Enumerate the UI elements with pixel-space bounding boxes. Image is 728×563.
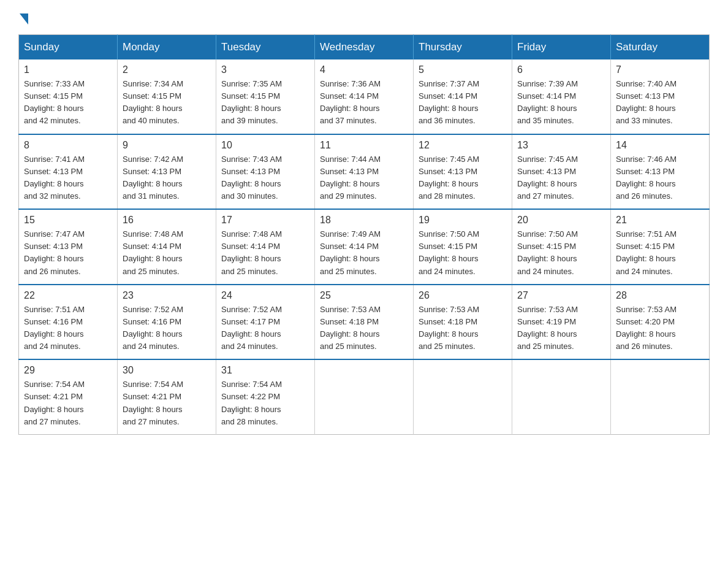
calendar-week-row: 22 Sunrise: 7:51 AM Sunset: 4:16 PM Dayl… bbox=[19, 285, 710, 360]
day-number: 5 bbox=[419, 64, 507, 75]
day-info: Sunrise: 7:52 AM Sunset: 4:17 PM Dayligh… bbox=[221, 304, 309, 353]
calendar-cell: 15 Sunrise: 7:47 AM Sunset: 4:13 PM Dayl… bbox=[19, 209, 118, 285]
calendar-cell bbox=[414, 359, 512, 434]
day-info: Sunrise: 7:45 AM Sunset: 4:13 PM Dayligh… bbox=[517, 153, 605, 203]
day-number: 2 bbox=[123, 64, 211, 75]
day-info: Sunrise: 7:47 AM Sunset: 4:13 PM Dayligh… bbox=[24, 228, 112, 278]
day-info: Sunrise: 7:45 AM Sunset: 4:13 PM Dayligh… bbox=[419, 153, 507, 203]
calendar-cell: 24 Sunrise: 7:52 AM Sunset: 4:17 PM Dayl… bbox=[216, 285, 315, 360]
day-number: 18 bbox=[320, 215, 408, 226]
calendar-cell: 28 Sunrise: 7:53 AM Sunset: 4:20 PM Dayl… bbox=[611, 285, 710, 360]
calendar-cell: 29 Sunrise: 7:54 AM Sunset: 4:21 PM Dayl… bbox=[19, 359, 118, 434]
calendar-week-row: 29 Sunrise: 7:54 AM Sunset: 4:21 PM Dayl… bbox=[19, 359, 710, 434]
day-info: Sunrise: 7:41 AM Sunset: 4:13 PM Dayligh… bbox=[24, 153, 112, 203]
logo-arrow-icon bbox=[20, 13, 28, 25]
page-header bbox=[18, 12, 710, 23]
col-header-monday: Monday bbox=[118, 35, 216, 60]
calendar-cell: 9 Sunrise: 7:42 AM Sunset: 4:13 PM Dayli… bbox=[118, 134, 216, 210]
day-info: Sunrise: 7:37 AM Sunset: 4:14 PM Dayligh… bbox=[419, 78, 507, 128]
logo-text bbox=[18, 12, 29, 23]
day-number: 28 bbox=[616, 290, 704, 301]
calendar-cell: 20 Sunrise: 7:50 AM Sunset: 4:15 PM Dayl… bbox=[512, 209, 611, 285]
calendar-cell: 12 Sunrise: 7:45 AM Sunset: 4:13 PM Dayl… bbox=[414, 134, 512, 210]
calendar-cell bbox=[512, 359, 611, 434]
calendar-header-row: SundayMondayTuesdayWednesdayThursdayFrid… bbox=[19, 35, 710, 60]
day-info: Sunrise: 7:50 AM Sunset: 4:15 PM Dayligh… bbox=[419, 228, 507, 278]
day-info: Sunrise: 7:48 AM Sunset: 4:14 PM Dayligh… bbox=[221, 228, 309, 278]
day-number: 20 bbox=[517, 215, 605, 226]
calendar-cell: 2 Sunrise: 7:34 AM Sunset: 4:15 PM Dayli… bbox=[118, 59, 216, 134]
day-info: Sunrise: 7:54 AM Sunset: 4:21 PM Dayligh… bbox=[123, 378, 211, 428]
day-info: Sunrise: 7:49 AM Sunset: 4:14 PM Dayligh… bbox=[320, 228, 408, 278]
day-number: 6 bbox=[517, 64, 605, 75]
calendar-cell bbox=[315, 359, 414, 434]
day-info: Sunrise: 7:51 AM Sunset: 4:15 PM Dayligh… bbox=[616, 228, 704, 278]
calendar-cell bbox=[611, 359, 710, 434]
col-header-sunday: Sunday bbox=[19, 35, 118, 60]
day-number: 25 bbox=[320, 290, 408, 301]
day-number: 19 bbox=[419, 215, 507, 226]
day-number: 27 bbox=[517, 290, 605, 301]
day-number: 1 bbox=[24, 64, 112, 75]
calendar-cell: 18 Sunrise: 7:49 AM Sunset: 4:14 PM Dayl… bbox=[315, 209, 414, 285]
calendar-cell: 11 Sunrise: 7:44 AM Sunset: 4:13 PM Dayl… bbox=[315, 134, 414, 210]
day-number: 7 bbox=[616, 64, 704, 75]
calendar-cell: 22 Sunrise: 7:51 AM Sunset: 4:16 PM Dayl… bbox=[19, 285, 118, 360]
day-info: Sunrise: 7:51 AM Sunset: 4:16 PM Dayligh… bbox=[24, 304, 112, 353]
day-number: 9 bbox=[123, 140, 211, 151]
calendar-cell: 30 Sunrise: 7:54 AM Sunset: 4:21 PM Dayl… bbox=[118, 359, 216, 434]
calendar-cell: 27 Sunrise: 7:53 AM Sunset: 4:19 PM Dayl… bbox=[512, 285, 611, 360]
day-number: 16 bbox=[123, 215, 211, 226]
col-header-tuesday: Tuesday bbox=[216, 35, 315, 60]
day-number: 11 bbox=[320, 140, 408, 151]
day-number: 8 bbox=[24, 140, 112, 151]
calendar-cell: 21 Sunrise: 7:51 AM Sunset: 4:15 PM Dayl… bbox=[611, 209, 710, 285]
calendar-week-row: 15 Sunrise: 7:47 AM Sunset: 4:13 PM Dayl… bbox=[19, 209, 710, 285]
day-info: Sunrise: 7:52 AM Sunset: 4:16 PM Dayligh… bbox=[123, 304, 211, 353]
day-number: 10 bbox=[221, 140, 309, 151]
calendar-cell: 5 Sunrise: 7:37 AM Sunset: 4:14 PM Dayli… bbox=[414, 59, 512, 134]
day-info: Sunrise: 7:50 AM Sunset: 4:15 PM Dayligh… bbox=[517, 228, 605, 278]
calendar-cell: 26 Sunrise: 7:53 AM Sunset: 4:18 PM Dayl… bbox=[414, 285, 512, 360]
calendar-cell: 8 Sunrise: 7:41 AM Sunset: 4:13 PM Dayli… bbox=[19, 134, 118, 210]
day-info: Sunrise: 7:53 AM Sunset: 4:20 PM Dayligh… bbox=[616, 304, 704, 353]
day-number: 3 bbox=[221, 64, 309, 75]
day-info: Sunrise: 7:53 AM Sunset: 4:18 PM Dayligh… bbox=[419, 304, 507, 353]
calendar-table: SundayMondayTuesdayWednesdayThursdayFrid… bbox=[18, 34, 710, 435]
day-info: Sunrise: 7:44 AM Sunset: 4:13 PM Dayligh… bbox=[320, 153, 408, 203]
day-info: Sunrise: 7:53 AM Sunset: 4:19 PM Dayligh… bbox=[517, 304, 605, 353]
day-number: 24 bbox=[221, 290, 309, 301]
logo bbox=[18, 12, 29, 23]
day-number: 12 bbox=[419, 140, 507, 151]
calendar-cell: 25 Sunrise: 7:53 AM Sunset: 4:18 PM Dayl… bbox=[315, 285, 414, 360]
day-info: Sunrise: 7:42 AM Sunset: 4:13 PM Dayligh… bbox=[123, 153, 211, 203]
calendar-cell: 3 Sunrise: 7:35 AM Sunset: 4:15 PM Dayli… bbox=[216, 59, 315, 134]
day-number: 15 bbox=[24, 215, 112, 226]
col-header-wednesday: Wednesday bbox=[315, 35, 414, 60]
day-number: 21 bbox=[616, 215, 704, 226]
day-info: Sunrise: 7:48 AM Sunset: 4:14 PM Dayligh… bbox=[123, 228, 211, 278]
day-number: 22 bbox=[24, 290, 112, 301]
day-info: Sunrise: 7:39 AM Sunset: 4:14 PM Dayligh… bbox=[517, 78, 605, 128]
day-info: Sunrise: 7:36 AM Sunset: 4:14 PM Dayligh… bbox=[320, 78, 408, 128]
day-info: Sunrise: 7:33 AM Sunset: 4:15 PM Dayligh… bbox=[24, 78, 112, 128]
calendar-cell: 13 Sunrise: 7:45 AM Sunset: 4:13 PM Dayl… bbox=[512, 134, 611, 210]
day-number: 29 bbox=[24, 365, 112, 376]
col-header-saturday: Saturday bbox=[611, 35, 710, 60]
col-header-thursday: Thursday bbox=[414, 35, 512, 60]
calendar-cell: 19 Sunrise: 7:50 AM Sunset: 4:15 PM Dayl… bbox=[414, 209, 512, 285]
day-info: Sunrise: 7:35 AM Sunset: 4:15 PM Dayligh… bbox=[221, 78, 309, 128]
calendar-cell: 23 Sunrise: 7:52 AM Sunset: 4:16 PM Dayl… bbox=[118, 285, 216, 360]
calendar-cell: 17 Sunrise: 7:48 AM Sunset: 4:14 PM Dayl… bbox=[216, 209, 315, 285]
day-number: 4 bbox=[320, 64, 408, 75]
calendar-week-row: 1 Sunrise: 7:33 AM Sunset: 4:15 PM Dayli… bbox=[19, 59, 710, 134]
col-header-friday: Friday bbox=[512, 35, 611, 60]
calendar-cell: 16 Sunrise: 7:48 AM Sunset: 4:14 PM Dayl… bbox=[118, 209, 216, 285]
day-info: Sunrise: 7:46 AM Sunset: 4:13 PM Dayligh… bbox=[616, 153, 704, 203]
day-info: Sunrise: 7:43 AM Sunset: 4:13 PM Dayligh… bbox=[221, 153, 309, 203]
day-number: 30 bbox=[123, 365, 211, 376]
day-number: 13 bbox=[517, 140, 605, 151]
day-number: 17 bbox=[221, 215, 309, 226]
day-number: 26 bbox=[419, 290, 507, 301]
calendar-cell: 7 Sunrise: 7:40 AM Sunset: 4:13 PM Dayli… bbox=[611, 59, 710, 134]
